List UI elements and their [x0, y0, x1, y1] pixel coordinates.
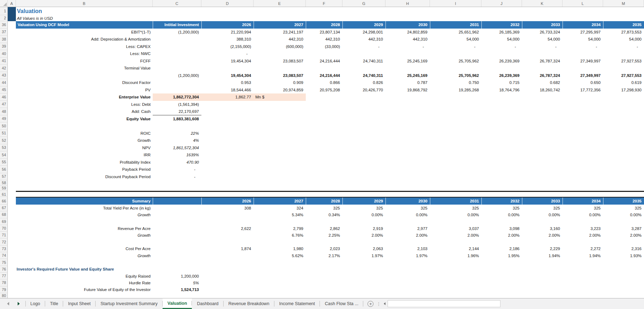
- cell-B51[interactable]: ROIC: [16, 130, 153, 137]
- row-header-48[interactable]: 48: [0, 108, 8, 115]
- cell-A47[interactable]: [8, 101, 16, 108]
- cell-I55[interactable]: [430, 159, 481, 166]
- cell-G44[interactable]: 0.826: [342, 79, 385, 86]
- cell-M58[interactable]: [603, 180, 644, 186]
- cell-H61[interactable]: [385, 192, 430, 197]
- cell-C79[interactable]: 1,524,713: [153, 286, 201, 293]
- cell-K50[interactable]: [522, 122, 563, 130]
- sheet-subtitle[interactable]: All Values is in USD: [16, 15, 153, 21]
- cell-E43[interactable]: 23,083,507: [254, 72, 306, 79]
- cell-F70[interactable]: 2,862: [306, 225, 342, 232]
- cell-H41[interactable]: 25,245,169: [385, 57, 430, 65]
- cell-M79[interactable]: [603, 286, 644, 293]
- cell-M76[interactable]: [603, 266, 644, 273]
- row-header-57[interactable]: 57: [0, 173, 8, 181]
- cell-J39[interactable]: -: [481, 43, 522, 50]
- cell-J51[interactable]: [481, 130, 522, 137]
- cell-A46[interactable]: [8, 93, 16, 101]
- cell-M54[interactable]: [603, 151, 644, 159]
- cell-D78[interactable]: [201, 279, 254, 286]
- row-header-70[interactable]: 70: [0, 225, 8, 232]
- cell-G41[interactable]: 24,740,311: [342, 57, 385, 65]
- cell-M39[interactable]: -: [603, 43, 644, 50]
- cell-B52[interactable]: Growth: [16, 137, 153, 144]
- cell-A36[interactable]: [8, 21, 16, 29]
- cell-H79[interactable]: [385, 286, 430, 293]
- cell-M66[interactable]: 2035: [603, 198, 644, 205]
- cell-I48[interactable]: [430, 108, 481, 115]
- cell-I36[interactable]: 2031: [430, 21, 481, 29]
- cell-C66[interactable]: [153, 198, 201, 205]
- column-header-H[interactable]: H: [385, 0, 430, 7]
- cell-A43[interactable]: [8, 72, 16, 79]
- cell-H49[interactable]: [385, 115, 430, 123]
- column-header-F[interactable]: F: [306, 0, 342, 7]
- cell-E70[interactable]: 2,799: [254, 225, 306, 232]
- cell-I51[interactable]: [430, 130, 481, 137]
- cell-E47[interactable]: [254, 101, 306, 108]
- cell-B55[interactable]: Profitability Index: [16, 159, 153, 166]
- cell-B61[interactable]: [16, 192, 153, 197]
- cell-D46[interactable]: 1,862.77: [201, 93, 254, 101]
- cell-L51[interactable]: [563, 130, 603, 137]
- cell-B70[interactable]: Revenue Per Acre: [16, 225, 153, 232]
- cell-H70[interactable]: 2,977: [385, 225, 430, 232]
- cell-H77[interactable]: [385, 273, 430, 279]
- row-header-74[interactable]: 74: [0, 252, 8, 259]
- column-header-A[interactable]: A: [8, 0, 16, 7]
- cell-F41[interactable]: 24,216,444: [306, 57, 342, 65]
- cell-A66[interactable]: [8, 198, 16, 205]
- cell-D45[interactable]: 18,544,466: [201, 86, 254, 94]
- column-header-D[interactable]: D: [201, 0, 254, 7]
- cell-G42[interactable]: [342, 65, 385, 72]
- cell-M57[interactable]: [603, 173, 644, 181]
- cell-F44[interactable]: 0.866: [306, 79, 342, 86]
- cell-I56[interactable]: [430, 166, 481, 173]
- cell-I41[interactable]: 25,705,962: [430, 57, 481, 65]
- cell-J2[interactable]: [481, 15, 522, 21]
- cell-E55[interactable]: [254, 159, 306, 166]
- cell-K70[interactable]: 3,160: [522, 225, 563, 232]
- cell-E49[interactable]: [254, 115, 306, 123]
- cell-G46[interactable]: [342, 93, 385, 101]
- cell-B50[interactable]: [16, 122, 153, 130]
- cell-H45[interactable]: 19,868,792: [385, 86, 430, 94]
- cell-H78[interactable]: [385, 279, 430, 286]
- column-header-E[interactable]: E: [254, 0, 306, 7]
- cell-I72[interactable]: [430, 238, 481, 245]
- cell-A61[interactable]: [8, 192, 16, 197]
- cell-G38[interactable]: 442,310: [342, 36, 385, 43]
- cell-A75[interactable]: [8, 259, 16, 266]
- cell-E73[interactable]: 1,980: [254, 246, 306, 252]
- cell-K66[interactable]: 2033: [522, 198, 563, 205]
- cell-H42[interactable]: [385, 65, 430, 72]
- cell-E52[interactable]: [254, 137, 306, 144]
- cell-H74[interactable]: 1.97%: [385, 252, 430, 259]
- cell-L70[interactable]: 3,223: [563, 225, 603, 232]
- cell-J38[interactable]: 54,000: [481, 36, 522, 43]
- row-header-80[interactable]: 80: [0, 293, 8, 298]
- cell-F53[interactable]: [306, 144, 342, 152]
- cell-F50[interactable]: [306, 122, 342, 130]
- cell-H52[interactable]: [385, 137, 430, 144]
- cell-D68[interactable]: [201, 211, 254, 218]
- cell-C73[interactable]: [153, 246, 201, 252]
- cell-J37[interactable]: 26,185,369: [481, 29, 522, 36]
- cell-I46[interactable]: [430, 93, 481, 101]
- row-header-44[interactable]: 44: [0, 79, 8, 86]
- cell-A59[interactable]: [8, 186, 16, 191]
- cell-A58[interactable]: [8, 180, 16, 186]
- sheet-tab-dashboard[interactable]: Dashboard: [192, 298, 223, 309]
- cell-M75[interactable]: [603, 259, 644, 266]
- cell-L47[interactable]: [563, 101, 603, 108]
- cell-D41[interactable]: 19,454,304: [201, 57, 254, 65]
- cell-G53[interactable]: [342, 144, 385, 152]
- cell-F57[interactable]: [306, 173, 342, 181]
- cell-G75[interactable]: [342, 259, 385, 266]
- cell-J56[interactable]: [481, 166, 522, 173]
- cell-C59[interactable]: [153, 186, 201, 191]
- cell-C58[interactable]: [153, 180, 201, 186]
- row-header-58[interactable]: 58: [0, 180, 8, 186]
- cell-F46[interactable]: [306, 93, 342, 101]
- row-header-66[interactable]: 66: [0, 198, 8, 205]
